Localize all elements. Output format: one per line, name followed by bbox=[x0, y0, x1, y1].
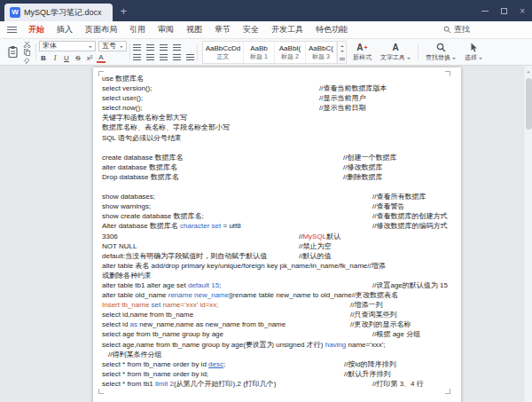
doc-line: 关键字和函数名称全部大写 bbox=[102, 113, 450, 122]
copy-button[interactable] bbox=[21, 49, 33, 56]
bold-button[interactable]: B bbox=[39, 54, 48, 63]
document-tab[interactable]: W MySQL学习笔记.docx bbox=[4, 4, 113, 21]
document-workspace: use 数据库名select version();//查看当前数据库版本sele… bbox=[0, 66, 532, 402]
copy-icon bbox=[23, 49, 31, 56]
margin-mark-bottom-right bbox=[445, 389, 450, 394]
close-button[interactable]: × bbox=[520, 6, 525, 16]
doc-comment: //设置age的默认值为 15 bbox=[372, 280, 448, 290]
menu-tab-4[interactable]: 引用 bbox=[123, 21, 152, 38]
cut-button[interactable] bbox=[21, 41, 33, 48]
bullet-list-button[interactable] bbox=[133, 44, 141, 51]
style-item-1[interactable]: AaBbCcDd正文 bbox=[203, 42, 244, 63]
scrollbar-thumb[interactable] bbox=[526, 78, 532, 130]
line-spacing-button[interactable] bbox=[186, 54, 194, 60]
style-gallery-down-button[interactable] bbox=[340, 51, 344, 54]
doc-line: 3306//MySQL默认 bbox=[102, 232, 450, 241]
menu-tab-10[interactable]: 特色功能 bbox=[309, 21, 354, 38]
style-item-4[interactable]: AaBbC(标题 3 bbox=[306, 42, 337, 63]
clipboard-small-buttons bbox=[21, 41, 33, 64]
doc-line: alter database 数据库名//修改数据库 bbox=[102, 162, 450, 172]
ribbon-toolbar: 宋体 五号 BIUSx²A bbox=[0, 39, 532, 66]
font-name-select[interactable]: 宋体 bbox=[39, 41, 96, 51]
doc-line: alter table old_name rename new_name||re… bbox=[102, 290, 450, 300]
scrollbar-up-button[interactable] bbox=[524, 66, 532, 75]
doc-blank-line bbox=[102, 182, 450, 192]
italic-button[interactable]: I bbox=[51, 54, 59, 63]
outdent-button[interactable] bbox=[160, 44, 168, 51]
menu-tab-6[interactable]: 视图 bbox=[180, 21, 208, 38]
doc-line: select age from tb_name group by age//根据… bbox=[102, 329, 450, 339]
triangle-up-icon bbox=[527, 69, 530, 73]
justify-button[interactable] bbox=[173, 54, 181, 60]
style-name: 标题 3 bbox=[312, 53, 330, 60]
text-tool-button[interactable]: A 文字工具 bbox=[376, 42, 415, 62]
plus-icon: + bbox=[364, 44, 368, 51]
numbered-list-button[interactable] bbox=[146, 44, 154, 51]
wps-writer-window: W MySQL学习笔记.docx + × 开始插入页面布局引用审阅视图章节安全开… bbox=[0, 0, 532, 402]
menu-tab-1[interactable]: 开始 bbox=[22, 21, 51, 38]
editing-group: 查找替换 选择 bbox=[421, 40, 487, 64]
doc-line: select * from tb_name order by id;//默认升序… bbox=[102, 369, 450, 379]
doc-comment: //查看警告 bbox=[372, 201, 404, 211]
new-style-label: 新样式 bbox=[353, 53, 372, 62]
find-button[interactable]: 查找 bbox=[443, 24, 470, 35]
text-tool-label: 文字工具 bbox=[380, 53, 405, 62]
doc-comment: //查看当前数据库版本 bbox=[319, 83, 387, 93]
document-page[interactable]: use 数据库名select version();//查看当前数据库版本sele… bbox=[93, 67, 461, 402]
indent-button[interactable] bbox=[173, 44, 181, 51]
clipboard-icon bbox=[7, 45, 19, 59]
doc-comment: //显示当前日期 bbox=[319, 103, 365, 113]
menu-tab-5[interactable]: 审阅 bbox=[152, 21, 180, 38]
underline-button[interactable]: U bbox=[62, 54, 71, 63]
document-text-area: use 数据库名select version();//查看当前数据库版本sele… bbox=[102, 74, 450, 389]
menu-tab-8[interactable]: 安全 bbox=[237, 21, 265, 38]
style-gallery-more-button[interactable] bbox=[340, 58, 345, 61]
style-buttons-group: A+ 新样式 A 文字工具 bbox=[348, 40, 415, 64]
doc-line: show warnings;//查看警告 bbox=[102, 201, 450, 211]
style-item-3[interactable]: AaBbI(标题 2 bbox=[275, 42, 306, 63]
strikethrough-button[interactable]: S bbox=[74, 54, 82, 63]
search-icon bbox=[443, 26, 451, 34]
format-painter-icon bbox=[23, 57, 31, 64]
align-left-button[interactable] bbox=[133, 54, 141, 60]
menu-tab-7[interactable]: 章节 bbox=[208, 21, 237, 38]
minimize-button[interactable] bbox=[481, 11, 489, 12]
style-preview: AaBbCcDd bbox=[206, 44, 241, 53]
paste-button[interactable] bbox=[4, 41, 21, 64]
align-right-button[interactable] bbox=[160, 54, 168, 60]
doc-comment: //查看所有数据库 bbox=[372, 192, 426, 201]
doc-line: default:当没有明确为字段赋值时，则自动赋予默认值//默认的值 bbox=[102, 251, 450, 261]
margin-mark-bottom-left bbox=[98, 389, 104, 394]
document-tab-title: MySQL学习笔记.docx bbox=[24, 7, 102, 19]
superscript-button[interactable]: x² bbox=[85, 54, 94, 63]
style-gallery-up-button[interactable] bbox=[340, 43, 344, 47]
format-painter-button[interactable] bbox=[21, 57, 33, 64]
ribbon-divider bbox=[418, 43, 419, 60]
ribbon-divider bbox=[197, 43, 198, 60]
menu-tab-3[interactable]: 页面布局 bbox=[79, 21, 123, 38]
new-style-button[interactable]: A+ 新样式 bbox=[348, 42, 376, 62]
font-size-select[interactable]: 五号 bbox=[98, 41, 127, 51]
align-center-button[interactable] bbox=[146, 54, 154, 60]
doc-line: select user();//显示当前用户 bbox=[102, 93, 450, 103]
doc-line: show databases;//查看所有数据库 bbox=[102, 192, 450, 201]
select-label: 选择 bbox=[465, 53, 477, 62]
style-preview: AaBbI( bbox=[279, 44, 301, 53]
new-tab-button[interactable]: + bbox=[121, 5, 128, 17]
search-icon bbox=[436, 43, 446, 52]
select-button[interactable]: 选择 bbox=[460, 42, 487, 62]
style-item-2[interactable]: AaBb标题 1 bbox=[244, 42, 275, 63]
font-group: 宋体 五号 BIUSx²A bbox=[39, 40, 127, 64]
doc-line: select age,name from tb_name group by ag… bbox=[102, 340, 450, 350]
vertical-scrollbar[interactable] bbox=[523, 66, 532, 402]
maximize-button[interactable] bbox=[501, 8, 507, 14]
menu-tab-9[interactable]: 开发工具 bbox=[265, 21, 309, 38]
file-menu-icon[interactable] bbox=[7, 27, 17, 33]
menu-tab-2[interactable]: 插入 bbox=[51, 21, 79, 38]
font-size-value: 五号 bbox=[102, 41, 116, 51]
font-color-button[interactable]: A bbox=[97, 54, 106, 63]
doc-comment: //修改数据库的编码方式 bbox=[372, 221, 447, 231]
find-replace-button[interactable]: 查找替换 bbox=[421, 42, 460, 62]
doc-comment: //查看数据库的创建方式 bbox=[372, 211, 447, 221]
chevron-down-icon bbox=[479, 58, 482, 61]
